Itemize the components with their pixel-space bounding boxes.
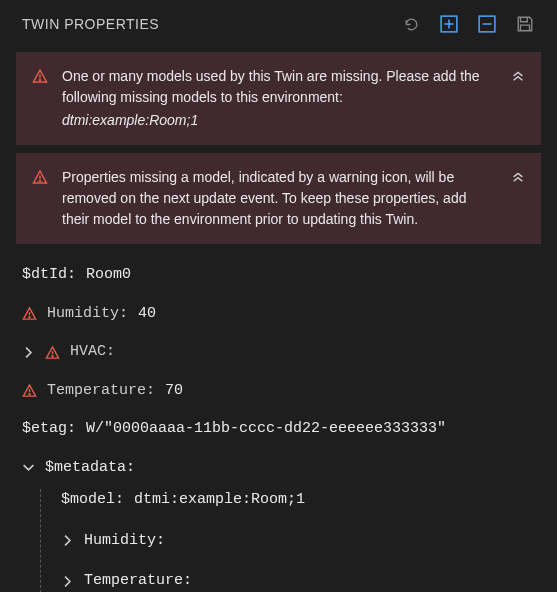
banner-text: Properties missing a model, indicated by…	[62, 167, 497, 230]
undo-button[interactable]	[401, 14, 421, 34]
property-etag: $etag: W/"0000aaaa-11bb-cccc-dd22-eeeeee…	[22, 418, 535, 441]
property-metadata-humidity[interactable]: Humidity:	[61, 530, 535, 553]
toolbar	[401, 14, 535, 34]
property-humidity: Humidity: 40	[22, 303, 535, 326]
collapse-banner-button[interactable]	[511, 169, 525, 183]
property-hvac[interactable]: HVAC:	[22, 341, 535, 364]
svg-point-3	[39, 180, 40, 181]
svg-point-6	[29, 394, 30, 395]
property-value: dtmi:example:Room;1	[134, 489, 305, 512]
properties-panel: $dtId: Room0 Humidity: 40 HVAC:	[0, 252, 557, 592]
chevron-right-icon	[61, 534, 74, 547]
property-key: Temperature:	[47, 380, 155, 403]
warning-banner-missing-models: One or many models used by this Twin are…	[16, 52, 541, 145]
save-button[interactable]	[515, 14, 535, 34]
property-key: $etag:	[22, 418, 76, 441]
property-key: $model:	[61, 489, 124, 512]
undo-icon	[403, 16, 420, 33]
warning-icon	[32, 169, 48, 185]
collapse-all-button[interactable]	[477, 14, 497, 34]
expand-all-button[interactable]	[439, 14, 459, 34]
property-dtid: $dtId: Room0	[22, 264, 535, 287]
metadata-children: $model: dtmi:example:Room;1 Humidity: Te…	[40, 489, 535, 592]
property-value: W/"0000aaaa-11bb-cccc-dd22-eeeeee333333"	[86, 418, 446, 441]
property-metadata-temperature[interactable]: Temperature:	[61, 570, 535, 592]
property-key: Humidity:	[84, 530, 165, 553]
svg-point-4	[29, 317, 30, 318]
svg-point-5	[52, 355, 53, 356]
property-key: $metadata:	[45, 457, 135, 480]
warning-icon	[32, 68, 48, 84]
property-key: Temperature:	[84, 570, 192, 592]
property-value: 40	[138, 303, 156, 326]
property-temperature: Temperature: 70	[22, 380, 535, 403]
property-key: $dtId:	[22, 264, 76, 287]
collapse-banner-button[interactable]	[511, 68, 525, 82]
double-chevron-up-icon	[511, 68, 525, 82]
chevron-right-icon	[61, 575, 74, 588]
property-value: Room0	[86, 264, 131, 287]
banner-message: One or many models used by this Twin are…	[62, 68, 480, 105]
banner-text: One or many models used by this Twin are…	[62, 66, 497, 131]
warning-icon	[45, 345, 60, 360]
save-icon	[516, 15, 534, 33]
minus-square-icon	[478, 15, 496, 33]
warning-icon	[22, 306, 37, 321]
plus-square-icon	[440, 15, 458, 33]
banner-model-id: dtmi:example:Room;1	[62, 110, 497, 131]
svg-point-2	[39, 79, 40, 80]
page-title: TWIN PROPERTIES	[22, 16, 159, 32]
double-chevron-up-icon	[511, 169, 525, 183]
chevron-down-icon	[22, 461, 35, 474]
header: TWIN PROPERTIES	[0, 0, 557, 44]
property-key: Humidity:	[47, 303, 128, 326]
property-key: HVAC:	[70, 341, 115, 364]
warning-icon	[22, 383, 37, 398]
property-metadata[interactable]: $metadata:	[22, 457, 535, 480]
chevron-right-icon	[22, 346, 35, 359]
banner-message: Properties missing a model, indicated by…	[62, 169, 466, 227]
warning-banner-missing-properties: Properties missing a model, indicated by…	[16, 153, 541, 244]
property-model: $model: dtmi:example:Room;1	[61, 489, 535, 512]
property-value: 70	[165, 380, 183, 403]
